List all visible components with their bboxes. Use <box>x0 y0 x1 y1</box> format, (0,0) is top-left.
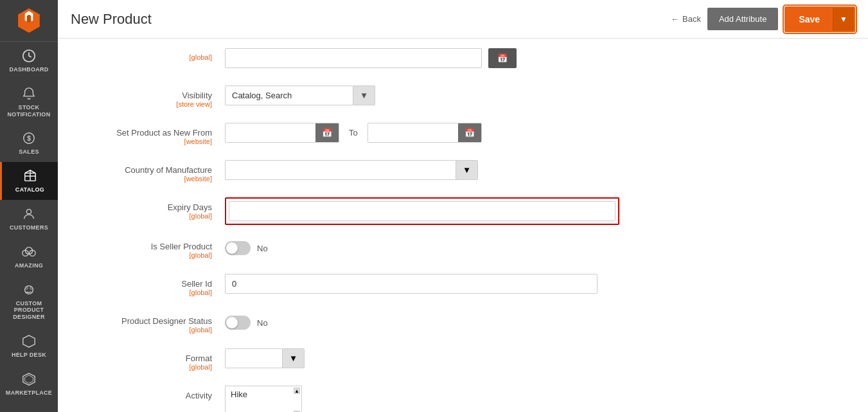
activity-row: Activity Hike ▲ ▼ <box>84 386 842 412</box>
sidebar-item-marketplace[interactable]: MARKETPLACE <box>0 365 58 403</box>
visibility-label: Visibility [store view] <box>84 85 225 108</box>
dollar-icon: $ <box>21 130 37 146</box>
chevron-down-icon: ▼ <box>840 15 847 24</box>
expiry-days-label: Expiry Days [global] <box>84 197 225 220</box>
format-scope: [global] <box>84 363 212 371</box>
sidebar-item-label: CUSTOM PRODUCT DESIGNER <box>3 300 55 321</box>
toggle-knob <box>226 242 238 254</box>
expiry-days-highlight-box <box>225 197 619 225</box>
product-designer-status-toggle-label: No <box>257 318 268 328</box>
format-dropdown-button[interactable]: ▼ <box>283 348 305 368</box>
is-seller-product-toggle[interactable] <box>225 241 251 255</box>
svg-point-10 <box>30 287 33 289</box>
is-seller-product-toggle-label: No <box>257 244 268 253</box>
date-to-calendar-button[interactable]: 📅 <box>458 123 481 142</box>
top-partial-label: [global] <box>84 48 225 61</box>
date-from-input[interactable] <box>226 123 315 142</box>
dashboard-icon <box>21 48 37 64</box>
sidebar-item-stock-notification[interactable]: STOCK NOTIFICATION <box>0 80 58 125</box>
date-from-input-wrap: 📅 <box>225 123 339 143</box>
visibility-scope: [store view] <box>84 100 212 108</box>
top-partial-input[interactable] <box>225 48 482 68</box>
form-section: [global] 📅 Visibility [store view] <box>58 39 868 412</box>
person-icon <box>21 206 37 222</box>
add-attribute-button[interactable]: Add Attribute <box>707 8 778 30</box>
top-partial-clear-button[interactable]: 📅 <box>488 48 517 68</box>
save-button-group: Save ▼ <box>784 6 855 32</box>
sidebar-item-label: HELP DESK <box>12 352 46 359</box>
set-product-scope: [website] <box>84 138 212 145</box>
sidebar-item-dashboard[interactable]: DASHBOARD <box>0 42 58 80</box>
set-product-new-from-label: Set Product as New From [website] <box>84 123 225 145</box>
sidebar-item-customers[interactable]: CUSTOMERS <box>0 200 58 238</box>
svg-text:$: $ <box>27 135 31 142</box>
page-title: New Product <box>71 11 152 28</box>
sidebar-item-amazing[interactable]: AMAZING <box>0 238 58 276</box>
format-select[interactable] <box>225 348 283 368</box>
sidebar-item-catalog[interactable]: CATALOG <box>0 162 58 200</box>
expiry-days-input[interactable] <box>229 201 616 221</box>
seller-id-field: 0 <box>225 274 623 294</box>
sidebar-item-custom-product-designer[interactable]: CUSTOM PRODUCT DESIGNER <box>0 276 58 327</box>
save-button[interactable]: Save <box>786 8 833 31</box>
back-label: Back <box>682 14 701 24</box>
country-of-manufacture-label: Country of Manufacture [website] <box>84 160 225 183</box>
format-row: Format [global] ▼ <box>84 348 842 374</box>
activity-option[interactable]: Hike <box>226 386 301 402</box>
product-designer-status-label: Product Designer Status [global] <box>84 311 225 334</box>
sidebar-item-label: STOCK NOTIFICATION <box>3 104 55 118</box>
visibility-field: Catalog, Search Catalog Search Not Visib… <box>225 85 623 105</box>
date-to-label: To <box>346 128 361 138</box>
expiry-days-row: Expiry Days [global] <box>84 197 842 225</box>
logo <box>0 0 58 42</box>
bell-icon <box>21 86 37 102</box>
hexagon-icon <box>21 334 37 349</box>
sidebar-item-sales[interactable]: $ SALES <box>0 124 58 162</box>
sidebar-item-label: DASHBOARD <box>9 66 48 73</box>
page-header: New Product ← Back Add Attribute Save ▼ <box>58 0 868 39</box>
toggle-knob <box>226 317 238 328</box>
activity-field: Hike ▲ ▼ <box>225 386 623 412</box>
main-content: New Product ← Back Add Attribute Save ▼ … <box>58 0 868 412</box>
visibility-select[interactable]: Catalog, Search Catalog Search Not Visib… <box>225 85 353 105</box>
date-to-input-wrap: 📅 <box>368 123 482 143</box>
visibility-dropdown-button[interactable]: ▼ <box>353 85 375 105</box>
date-to-input[interactable] <box>368 123 458 142</box>
save-dropdown-button[interactable]: ▼ <box>833 8 854 31</box>
tree-icon <box>21 244 37 260</box>
product-designer-status-scope: [global] <box>84 326 212 334</box>
format-field: ▼ <box>225 348 623 368</box>
seller-id-input[interactable]: 0 <box>225 274 598 294</box>
sidebar-item-label: CATALOG <box>15 186 44 193</box>
is-seller-product-field: No <box>225 237 623 255</box>
svg-marker-11 <box>23 336 35 347</box>
sidebar: DASHBOARD STOCK NOTIFICATION $ SALES <box>0 0 58 412</box>
country-scope: [website] <box>84 175 212 183</box>
box-icon <box>22 168 38 184</box>
activity-scroll-up[interactable]: ▲ <box>294 388 300 394</box>
activity-label: Activity <box>84 386 225 400</box>
is-seller-product-label: Is Seller Product [global] <box>84 237 225 259</box>
back-arrow-icon: ← <box>671 14 679 24</box>
set-product-new-from-field: 📅 To 📅 <box>225 123 623 143</box>
seller-id-row: Seller Id [global] 0 <box>84 274 842 300</box>
header-actions: ← Back Add Attribute Save ▼ <box>671 6 855 32</box>
back-button[interactable]: ← Back <box>671 14 701 24</box>
country-of-manufacture-row: Country of Manufacture [website] ▼ <box>84 160 842 186</box>
seller-id-label: Seller Id [global] <box>84 274 225 296</box>
seller-id-scope: [global] <box>84 289 212 296</box>
sidebar-item-help-desk[interactable]: HELP DESK <box>0 327 58 365</box>
svg-point-9 <box>26 287 28 289</box>
product-designer-status-toggle[interactable] <box>225 316 251 330</box>
sidebar-item-label: AMAZING <box>15 262 43 269</box>
top-partial-field: 📅 <box>225 48 623 68</box>
activity-scroll-container[interactable]: Hike ▲ ▼ <box>225 386 302 412</box>
country-select[interactable] <box>225 160 456 180</box>
visibility-row: Visibility [store view] Catalog, Search … <box>84 85 842 111</box>
svg-marker-13 <box>25 375 33 383</box>
date-from-calendar-button[interactable]: 📅 <box>315 123 339 142</box>
svg-point-4 <box>26 210 31 214</box>
product-designer-status-field: No <box>225 311 623 330</box>
sidebar-item-label: SALES <box>19 148 39 156</box>
country-dropdown-button[interactable]: ▼ <box>456 160 478 180</box>
